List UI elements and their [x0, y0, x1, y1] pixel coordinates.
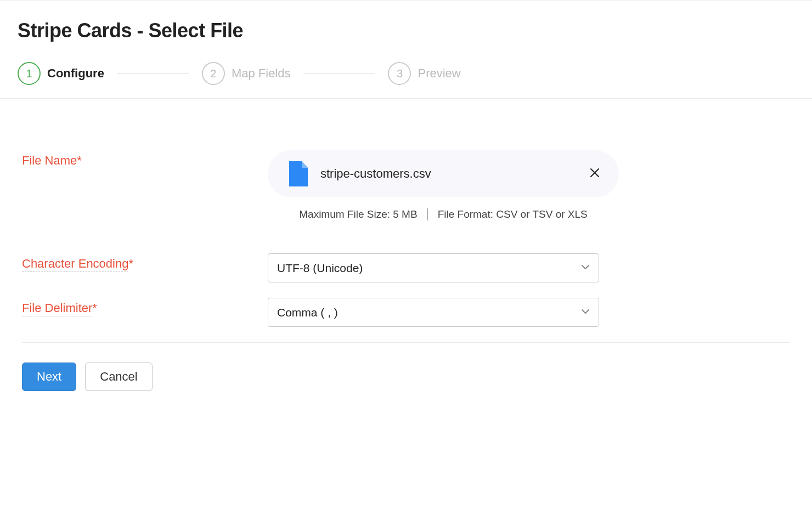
file-delimiter-select[interactable]: Comma ( , )	[268, 298, 599, 327]
file-name: stripe-customers.csv	[320, 167, 431, 181]
close-icon	[590, 168, 600, 180]
cancel-button[interactable]: Cancel	[85, 363, 152, 391]
file-icon	[287, 161, 309, 186]
next-button[interactable]: Next	[22, 363, 76, 391]
file-format-hint: File Format: CSV or TSV or XLS	[438, 208, 588, 220]
selected-file-chip: stripe-customers.csv	[268, 150, 619, 197]
step-label: Configure	[47, 66, 104, 81]
file-delimiter-label: File Delimiter*	[22, 298, 268, 315]
stepper: 1 Configure 2 Map Fields 3 Preview	[18, 62, 794, 85]
step-preview: 3 Preview	[388, 62, 460, 85]
step-configure: 1 Configure	[18, 62, 104, 85]
max-file-size-hint: Maximum File Size: 5 MB	[299, 208, 417, 220]
step-number: 1	[18, 62, 41, 85]
character-encoding-select[interactable]: UTF-8 (Unicode)	[268, 253, 599, 282]
step-number: 3	[388, 62, 411, 85]
hint-divider	[427, 208, 428, 220]
character-encoding-label: Character Encoding*	[22, 253, 268, 271]
step-map-fields: 2 Map Fields	[202, 62, 291, 85]
file-hint: Maximum File Size: 5 MB File Format: CSV…	[268, 208, 619, 220]
step-divider	[117, 73, 189, 74]
file-name-label: File Name*	[22, 150, 268, 168]
step-label: Map Fields	[232, 66, 291, 81]
step-number: 2	[202, 62, 225, 85]
step-divider	[303, 73, 375, 74]
remove-file-button[interactable]	[586, 165, 604, 183]
page-title: Stripe Cards - Select File	[18, 19, 794, 42]
step-label: Preview	[418, 66, 460, 81]
